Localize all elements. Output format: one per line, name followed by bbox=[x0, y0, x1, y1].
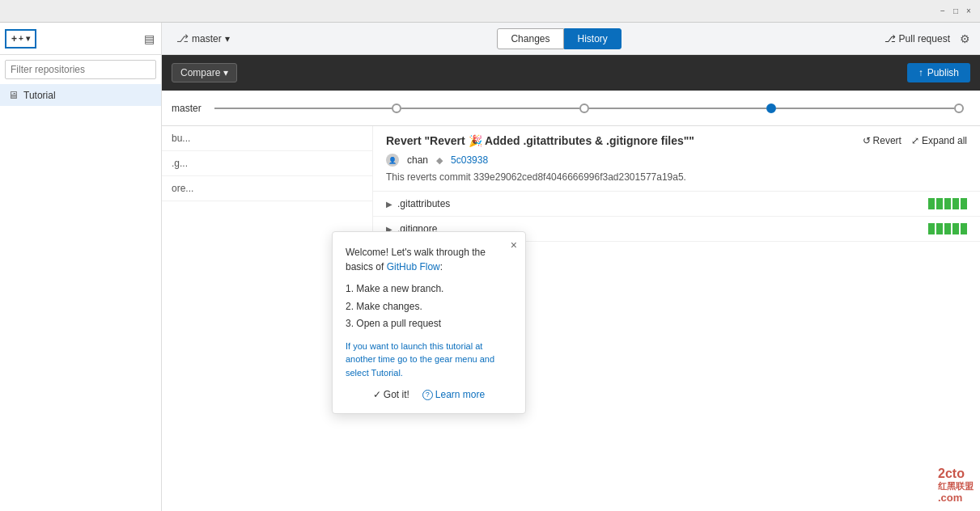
tab-history[interactable]: History bbox=[564, 28, 622, 49]
timeline-line-2 bbox=[401, 108, 579, 109]
learn-more-button[interactable]: ? Learn more bbox=[422, 389, 485, 400]
popup-note: If you want to launch this tutorial at a… bbox=[346, 340, 512, 380]
commit-detail-panel: Revert "Revert 🎉 Added .gitattributes & … bbox=[372, 126, 980, 242]
revert-button[interactable]: ↺ Revert bbox=[863, 135, 902, 146]
list-item-text: .g... bbox=[172, 158, 188, 169]
timeline-dot-2 bbox=[579, 103, 589, 113]
popup-close-button[interactable]: × bbox=[511, 239, 517, 251]
revert-icon: ↺ bbox=[863, 135, 871, 146]
got-it-button[interactable]: ✓ Got it! bbox=[373, 389, 409, 400]
branch-name: master bbox=[192, 33, 222, 44]
toggle-sidebar-button[interactable]: ▤ bbox=[142, 31, 156, 47]
step-1: 1. Make a new branch. bbox=[346, 281, 512, 298]
gear-menu-link[interactable]: gear menu bbox=[435, 354, 477, 364]
diff-block bbox=[936, 223, 943, 234]
file-name: .gitattributes bbox=[397, 198, 450, 209]
file-diff-blocks bbox=[928, 223, 967, 234]
timeline-dot-end bbox=[954, 103, 964, 113]
diff-block bbox=[944, 223, 951, 234]
title-bar-controls: − □ × bbox=[938, 6, 974, 16]
app-body: + + ▾ ▤ 🖥 Tutorial ⎇ master ▾ Ch bbox=[0, 23, 980, 511]
commit-meta: 👤 chan ◆ 5c03938 bbox=[386, 154, 967, 167]
gear-icon: ⚙ bbox=[960, 32, 970, 45]
timeline-dot-1 bbox=[392, 103, 401, 113]
commit-title-text: Revert "Revert 🎉 Added .gitattributes & … bbox=[386, 134, 853, 147]
diff-block bbox=[928, 198, 935, 209]
close-icon: × bbox=[511, 239, 517, 251]
sidebar-toggle-icon: ▤ bbox=[144, 32, 155, 45]
publish-label: Publish bbox=[927, 67, 959, 78]
timeline-dot-active bbox=[766, 103, 776, 113]
file-row-gitattributes[interactable]: ▶ .gitattributes bbox=[373, 192, 980, 217]
diff-block bbox=[961, 198, 967, 209]
list-item-text: ore... bbox=[172, 183, 193, 194]
question-icon: ? bbox=[422, 390, 433, 400]
github-flow-link[interactable]: GitHub Flow bbox=[387, 261, 440, 272]
checkmark-icon: ✓ bbox=[373, 389, 381, 400]
expand-icon: ⤢ bbox=[911, 135, 919, 146]
toolbar-right: ⎇ Pull request ⚙ bbox=[885, 32, 970, 45]
publish-icon: ↑ bbox=[918, 67, 923, 78]
main-content: ⎇ master ▾ Changes History ⎇ Pull reques… bbox=[162, 23, 980, 511]
main-toolbar: ⎇ master ▾ Changes History ⎇ Pull reques… bbox=[162, 23, 980, 55]
compare-label: Compare bbox=[180, 67, 220, 78]
close-button[interactable]: × bbox=[964, 6, 974, 16]
settings-button[interactable]: ⚙ bbox=[960, 32, 970, 45]
commit-info-bar: Revert "Revert 🎉 Added .gitattributes & … bbox=[373, 126, 980, 192]
branch-timeline-label: master bbox=[172, 103, 202, 114]
revert-label: Revert bbox=[873, 135, 902, 146]
tab-changes[interactable]: Changes bbox=[497, 28, 563, 49]
got-it-label: Got it! bbox=[384, 389, 409, 400]
popup-colon: : bbox=[440, 261, 443, 272]
file-diff-blocks bbox=[928, 198, 967, 209]
branch-icon: ⎇ bbox=[176, 32, 189, 44]
add-repository-button[interactable]: + + ▾ bbox=[5, 29, 36, 49]
diff-block bbox=[952, 198, 959, 209]
maximize-button[interactable]: □ bbox=[951, 6, 961, 16]
commit-description: This reverts commit 339e29062ced8f404666… bbox=[386, 171, 967, 183]
list-item-text: bu... bbox=[172, 133, 190, 144]
timeline-line-3 bbox=[589, 108, 767, 109]
pull-request-label: Pull request bbox=[899, 33, 950, 44]
commit-actions: ↺ Revert ⤢ Expand all bbox=[863, 135, 967, 146]
filter-repositories-input[interactable] bbox=[5, 60, 156, 79]
expand-arrow-icon: ▶ bbox=[386, 200, 392, 209]
title-bar: − □ × bbox=[0, 0, 980, 23]
expand-all-button[interactable]: ⤢ Expand all bbox=[911, 135, 967, 146]
compare-button[interactable]: Compare ▾ bbox=[172, 63, 237, 82]
step-3: 3. Open a pull request bbox=[346, 315, 512, 333]
toolbar-left: ⎇ master ▾ bbox=[172, 31, 235, 46]
learn-more-label: Learn more bbox=[435, 389, 485, 400]
timeline-line-4 bbox=[776, 108, 954, 109]
expand-label: Expand all bbox=[922, 135, 967, 146]
hash-separator: ◆ bbox=[436, 155, 443, 166]
publish-button[interactable]: ↑ Publish bbox=[907, 63, 970, 82]
diff-block bbox=[961, 223, 967, 234]
minimize-button[interactable]: − bbox=[938, 6, 948, 16]
branch-timeline: master bbox=[162, 91, 980, 126]
pull-request-icon: ⎇ bbox=[885, 33, 896, 44]
branch-selector[interactable]: ⎇ master ▾ bbox=[172, 31, 235, 46]
diff-block bbox=[928, 223, 935, 234]
file-left: ▶ .gitattributes bbox=[386, 198, 450, 209]
content-area: bu... 2+ .g... 2+ ore... 2+ Revert "Reve… bbox=[162, 126, 980, 511]
sidebar: + + ▾ ▤ 🖥 Tutorial bbox=[0, 23, 162, 511]
pull-request-button[interactable]: ⎇ Pull request bbox=[885, 33, 950, 44]
sidebar-item-tutorial[interactable]: 🖥 Tutorial bbox=[0, 84, 161, 106]
avatar: 👤 bbox=[386, 154, 399, 167]
popup-title: Welcome! Let's walk through the basics o… bbox=[346, 245, 512, 274]
diff-block bbox=[952, 223, 959, 234]
diff-block bbox=[944, 198, 951, 209]
sidebar-header: + + ▾ ▤ bbox=[0, 23, 161, 55]
popup-steps: 1. Make a new branch. 2. Make changes. 3… bbox=[346, 281, 512, 333]
tutorial-popup: × Welcome! Let's walk through the basics… bbox=[332, 231, 526, 414]
diff-block bbox=[936, 198, 943, 209]
timeline-line-1 bbox=[214, 108, 392, 109]
compare-chevron-icon: ▾ bbox=[223, 67, 228, 78]
commit-title-row: Revert "Revert 🎉 Added .gitattributes & … bbox=[386, 134, 967, 147]
commit-hash[interactable]: 5c03938 bbox=[451, 154, 488, 166]
commit-author: chan bbox=[407, 154, 428, 166]
step-2: 2. Make changes. bbox=[346, 298, 512, 316]
timeline-track bbox=[208, 103, 970, 113]
branch-chevron-icon: ▾ bbox=[225, 33, 230, 44]
